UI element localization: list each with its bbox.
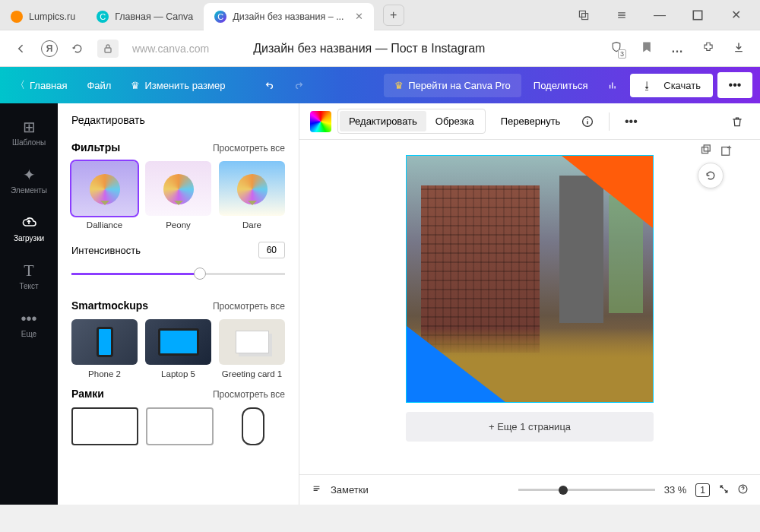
orange-icon bbox=[11, 11, 23, 23]
ctx-flip-button[interactable]: Перевернуть bbox=[492, 111, 570, 131]
chevron-left-icon: 〈 bbox=[15, 78, 25, 92]
tab-label: Главная — Canva bbox=[115, 11, 193, 22]
filter-dalliance[interactable]: Dalliance bbox=[71, 161, 138, 230]
slider-knob[interactable] bbox=[194, 268, 206, 280]
more-icon: ••• bbox=[21, 310, 36, 327]
canva-toolbar: 〈Главная Файл ♛Изменить размер ♛Перейти … bbox=[0, 67, 760, 103]
smartmockups-see-all[interactable]: Просмотреть все bbox=[213, 301, 285, 312]
smartmockups-title: Smartmockups bbox=[71, 299, 148, 312]
extensions-icon[interactable] bbox=[702, 41, 714, 56]
share-button[interactable]: Поделиться bbox=[526, 74, 596, 97]
intensity-label: Интенсивность bbox=[71, 245, 141, 256]
add-page-button[interactable]: + Еще 1 страница bbox=[406, 412, 654, 442]
canvas-area: Редактировать Обрезка Перевернуть ••• bbox=[299, 103, 760, 505]
browser-tab-active[interactable]: C Дизайн без названия – ... ✕ bbox=[204, 3, 373, 30]
frames-see-all[interactable]: Просмотреть все bbox=[213, 389, 285, 400]
close-window-icon[interactable]: ✕ bbox=[725, 5, 746, 26]
help-icon[interactable] bbox=[738, 484, 748, 496]
file-button[interactable]: Файл bbox=[79, 74, 119, 97]
context-toolbar: Редактировать Обрезка Перевернуть ••• bbox=[299, 103, 760, 140]
url-domain: www.canva.com bbox=[132, 43, 209, 55]
shield-badge-icon[interactable]: 3 bbox=[610, 41, 622, 56]
browser-tab-canva-home[interactable]: C Главная — Canva bbox=[86, 3, 204, 30]
rotate-button[interactable] bbox=[698, 163, 724, 188]
add-page-icon[interactable] bbox=[720, 144, 733, 160]
delete-icon[interactable] bbox=[725, 109, 749, 134]
ctx-edit-button[interactable]: Редактировать bbox=[340, 111, 426, 131]
lock-icon bbox=[97, 40, 119, 58]
new-tab-button[interactable]: + bbox=[383, 5, 404, 26]
intensity-slider[interactable] bbox=[71, 266, 285, 281]
minimize-icon[interactable]: — bbox=[649, 5, 670, 26]
mockup-phone[interactable]: Phone 2 bbox=[71, 319, 138, 378]
frame-rect-2[interactable] bbox=[146, 407, 213, 445]
more-options-button[interactable]: ••• bbox=[717, 72, 752, 98]
download-icon: ⭳ bbox=[642, 80, 652, 91]
svg-rect-6 bbox=[704, 145, 710, 151]
color-picker-button[interactable] bbox=[310, 111, 331, 132]
svg-rect-3 bbox=[105, 48, 111, 52]
tab-label: Lumpics.ru bbox=[29, 11, 75, 22]
notes-label[interactable]: Заметки bbox=[331, 484, 369, 496]
reload-icon[interactable] bbox=[71, 43, 84, 55]
blue-triangle[interactable] bbox=[407, 326, 505, 402]
text-icon: T bbox=[24, 262, 33, 279]
frame-rect-1[interactable] bbox=[71, 407, 138, 445]
canva-icon: C bbox=[97, 11, 109, 23]
menu-icon[interactable] bbox=[611, 5, 632, 26]
download-indicator-icon[interactable] bbox=[733, 41, 745, 56]
elements-icon: ✦ bbox=[23, 166, 36, 183]
info-icon[interactable] bbox=[575, 109, 600, 134]
intensity-value[interactable]: 60 bbox=[258, 242, 285, 258]
upgrade-pro-button[interactable]: ♛Перейти на Canva Pro bbox=[384, 74, 521, 97]
svg-rect-0 bbox=[579, 11, 585, 17]
maximize-icon[interactable] bbox=[687, 5, 708, 26]
rail-text[interactable]: TТекст bbox=[2, 255, 55, 298]
close-tab-icon[interactable]: ✕ bbox=[355, 11, 363, 22]
workspace[interactable]: + Еще 1 страница bbox=[299, 140, 760, 474]
more-menu-icon[interactable]: … bbox=[671, 42, 684, 55]
insights-button[interactable] bbox=[600, 74, 625, 97]
side-rail: ⊞Шаблоны ✦Элементы Загрузки TТекст •••Ещ… bbox=[0, 103, 58, 505]
upload-icon bbox=[21, 214, 36, 231]
ctx-crop-button[interactable]: Обрезка bbox=[426, 111, 483, 131]
browser-titlebar: Lumpics.ru C Главная — Canva C Дизайн бе… bbox=[0, 0, 760, 30]
resize-button[interactable]: ♛Изменить размер bbox=[123, 74, 233, 97]
svg-rect-7 bbox=[722, 147, 730, 156]
zoom-slider[interactable] bbox=[518, 489, 655, 491]
rail-uploads[interactable]: Загрузки bbox=[2, 207, 55, 250]
filter-peony[interactable]: Peony bbox=[145, 161, 211, 230]
duplicate-page-icon[interactable] bbox=[699, 144, 711, 160]
rail-templates[interactable]: ⊞Шаблоны bbox=[2, 111, 55, 154]
yandex-icon[interactable]: Я bbox=[41, 40, 58, 57]
filters-see-all[interactable]: Просмотреть все bbox=[213, 143, 285, 154]
ctx-more-icon[interactable]: ••• bbox=[619, 109, 643, 134]
zoom-bar: Заметки 33 % 1 bbox=[299, 474, 760, 505]
zoom-value[interactable]: 33 % bbox=[664, 484, 687, 496]
artboard[interactable] bbox=[406, 155, 654, 403]
fullscreen-icon[interactable] bbox=[719, 484, 729, 496]
rail-more[interactable]: •••Еще bbox=[2, 302, 55, 346]
frames-title: Рамки bbox=[71, 388, 104, 400]
orange-triangle[interactable] bbox=[562, 156, 653, 228]
page-title: Дизайн без названия — Пост в Instagram bbox=[253, 42, 485, 55]
download-button[interactable]: ⭳ Скачать bbox=[630, 74, 713, 97]
page-count-badge[interactable]: 1 bbox=[695, 483, 710, 497]
frame-phone[interactable] bbox=[242, 407, 264, 445]
ext-icon[interactable] bbox=[573, 5, 594, 26]
home-button[interactable]: 〈Главная bbox=[8, 72, 74, 98]
svg-rect-1 bbox=[582, 13, 588, 19]
tab-label: Дизайн без названия – ... bbox=[233, 11, 344, 22]
redo-button[interactable] bbox=[287, 74, 312, 97]
back-icon[interactable] bbox=[15, 43, 27, 55]
notes-icon[interactable] bbox=[312, 484, 321, 496]
bookmark-icon[interactable] bbox=[641, 41, 653, 56]
browser-tab-lumpics[interactable]: Lumpics.ru bbox=[0, 3, 86, 30]
undo-button[interactable] bbox=[257, 74, 282, 97]
filters-title: Фильтры bbox=[71, 141, 120, 154]
mockup-laptop[interactable]: Laptop 5 bbox=[145, 319, 211, 378]
filter-dare[interactable]: Dare bbox=[219, 161, 285, 230]
svg-rect-5 bbox=[702, 147, 708, 154]
rail-elements[interactable]: ✦Элементы bbox=[2, 159, 55, 202]
mockup-card[interactable]: Greeting card 1 bbox=[219, 319, 285, 378]
